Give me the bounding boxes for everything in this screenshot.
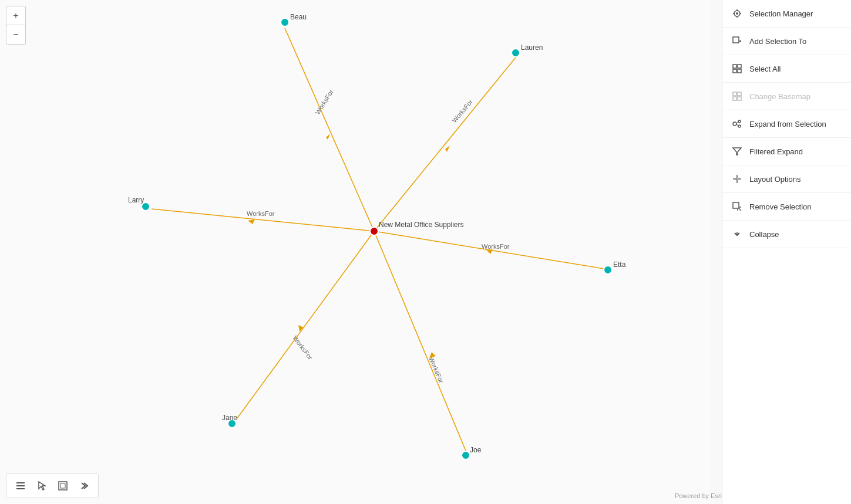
panel-item-select-all[interactable]: Select All: [722, 55, 851, 83]
svg-line-26: [736, 122, 738, 123]
select-icon: [36, 481, 47, 491]
edge-label-larry: WorksFor: [247, 210, 275, 217]
edge-beau: [285, 28, 374, 231]
svg-rect-2: [16, 485, 25, 486]
center-node[interactable]: [370, 227, 378, 235]
svg-rect-16: [738, 65, 741, 68]
arrow-lauren: [445, 146, 450, 152]
collapse-label: Collapse: [749, 230, 779, 239]
add-selection-label: Add Selection To: [749, 37, 806, 46]
panel-item-change-basemap: Change Basemap: [722, 83, 851, 110]
center-node-label: New Metal Office Suppliers: [379, 221, 464, 229]
label-larry: Larry: [128, 196, 144, 204]
graph-svg: WorksFor WorksFor WorksFor WorksFor Work…: [0, 0, 711, 504]
arrow-larry: [248, 219, 255, 224]
panel-item-remove-selection[interactable]: Remove Selection: [722, 193, 851, 221]
list-icon: [15, 481, 26, 491]
svg-rect-18: [738, 69, 741, 73]
panel-item-add-selection[interactable]: Add Selection To: [722, 28, 851, 55]
svg-point-7: [736, 12, 738, 15]
svg-rect-17: [733, 69, 736, 73]
edge-jane: [237, 231, 374, 419]
svg-point-23: [733, 122, 736, 126]
select-tool-button[interactable]: [32, 476, 51, 495]
panel-item-layout-options[interactable]: Layout Options: [722, 165, 851, 193]
zoom-controls: + −: [6, 6, 26, 45]
graph-canvas[interactable]: WorksFor WorksFor WorksFor WorksFor Work…: [0, 0, 711, 504]
svg-rect-15: [733, 65, 736, 68]
panel-item-expand-selection[interactable]: Expand from Selection: [722, 110, 851, 138]
filtered-expand-label: Filtered Expand: [749, 147, 803, 156]
edge-label-jane: WorksFor: [291, 334, 314, 361]
change-basemap-label: Change Basemap: [749, 92, 810, 101]
filter-icon: [732, 146, 742, 157]
select-all-label: Select All: [749, 65, 781, 73]
svg-point-25: [738, 125, 741, 127]
label-joe: Joe: [470, 446, 482, 454]
chevron-right-icon: [79, 481, 89, 491]
svg-rect-22: [738, 97, 741, 100]
selection-manager-label: Selection Manager: [749, 9, 813, 18]
svg-rect-21: [733, 97, 736, 100]
right-panel: Selection Manager Add Selection To Selec…: [722, 0, 851, 504]
svg-rect-3: [16, 488, 25, 489]
svg-rect-20: [738, 92, 741, 96]
frame-icon: [58, 481, 68, 491]
basemap-icon: [732, 91, 742, 102]
frame-button[interactable]: [53, 476, 72, 495]
arrow-beau: [326, 134, 330, 140]
label-etta: Etta: [613, 261, 626, 269]
label-jane: Jane: [222, 414, 237, 422]
node-beau[interactable]: [281, 18, 289, 26]
zoom-out-button[interactable]: −: [6, 25, 25, 44]
edge-label-lauren: WorksFor: [450, 98, 474, 124]
panel-item-selection-manager[interactable]: Selection Manager: [722, 0, 851, 28]
remove-selection-label: Remove Selection: [749, 202, 812, 211]
arrow-etta: [486, 249, 493, 254]
list-view-button[interactable]: [11, 476, 30, 495]
svg-point-28: [736, 178, 738, 180]
node-etta[interactable]: [604, 266, 612, 274]
bottom-toolbar: [6, 473, 99, 498]
edge-label-etta: WorksFor: [482, 243, 510, 250]
label-lauren: Lauren: [521, 43, 543, 52]
panel-item-collapse[interactable]: Collapse: [722, 221, 851, 248]
label-beau: Beau: [290, 13, 307, 21]
node-joe[interactable]: [462, 451, 470, 459]
remove-selection-icon: [732, 201, 742, 212]
svg-line-30: [739, 208, 741, 211]
panel-item-filtered-expand[interactable]: Filtered Expand: [722, 138, 851, 165]
node-lauren[interactable]: [512, 49, 520, 57]
svg-rect-19: [733, 92, 736, 96]
select-all-icon: [732, 63, 742, 74]
layout-icon: [732, 174, 742, 184]
expand-toolbar-button[interactable]: [75, 476, 93, 495]
selection-manager-icon: [732, 8, 742, 19]
zoom-in-button[interactable]: +: [6, 6, 25, 25]
esri-credit: Powered by Esri: [675, 492, 722, 499]
svg-rect-1: [16, 482, 25, 483]
edge-joe: [374, 231, 466, 451]
expand-selection-icon: [732, 119, 742, 129]
svg-rect-5: [60, 483, 65, 488]
svg-point-24: [738, 120, 741, 123]
add-selection-icon: [732, 36, 742, 46]
svg-rect-29: [733, 202, 739, 208]
expand-selection-label: Expand from Selection: [749, 120, 826, 128]
svg-rect-4: [59, 482, 67, 490]
edge-lauren: [374, 57, 516, 231]
layout-options-label: Layout Options: [749, 175, 800, 184]
svg-rect-12: [733, 37, 739, 43]
svg-line-27: [736, 124, 738, 126]
collapse-icon: [732, 229, 742, 239]
